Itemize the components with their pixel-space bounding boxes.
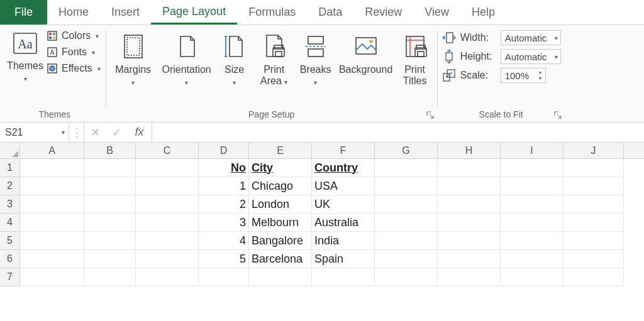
col-header-I[interactable]: I [501, 143, 564, 158]
breaks-button[interactable]: Breaks ▾ [296, 28, 335, 86]
col-header-B[interactable]: B [84, 143, 136, 158]
cell-H5[interactable] [438, 232, 501, 250]
col-header-J[interactable]: J [564, 143, 624, 158]
cell-E2[interactable]: Chicago [249, 177, 312, 195]
cell-A6[interactable] [20, 250, 84, 268]
margins-button[interactable]: Margins ▾ [110, 28, 157, 86]
col-header-F[interactable]: F [312, 143, 375, 158]
cell-A4[interactable] [20, 214, 84, 232]
cell-J3[interactable] [564, 195, 624, 214]
print-titles-button[interactable]: PrintTitles [397, 28, 433, 87]
cell-H3[interactable] [438, 195, 501, 214]
cell-I1[interactable] [501, 159, 564, 177]
row-header-7[interactable]: 7 [0, 268, 20, 286]
cell-H7[interactable] [438, 268, 501, 286]
tab-page-layout[interactable]: Page Layout [151, 0, 237, 24]
spin-down-icon[interactable]: ▾ [536, 76, 544, 82]
cell-C4[interactable] [136, 214, 199, 232]
cell-J2[interactable] [564, 177, 624, 195]
cell-H2[interactable] [438, 177, 501, 195]
tab-review[interactable]: Review [353, 0, 413, 24]
row-header-1[interactable]: 1 [0, 159, 20, 177]
col-header-E[interactable]: E [249, 143, 312, 158]
cell-J1[interactable] [564, 159, 624, 177]
col-header-G[interactable]: G [375, 143, 438, 158]
cell-C6[interactable] [136, 250, 199, 268]
cell-D6[interactable]: 5 [199, 250, 249, 268]
cell-A5[interactable] [20, 232, 84, 250]
cell-B3[interactable] [84, 195, 136, 214]
cell-J6[interactable] [564, 250, 624, 268]
page-setup-launcher[interactable] [426, 111, 435, 119]
cancel-button[interactable]: ✕ [84, 122, 106, 142]
cell-F7[interactable] [312, 268, 375, 286]
width-dropdown[interactable]: Automatic ▾ [501, 30, 561, 45]
cell-F2[interactable]: USA [312, 177, 375, 195]
row-header-3[interactable]: 3 [0, 195, 20, 214]
cell-F3[interactable]: UK [312, 195, 375, 214]
name-box[interactable]: S21 ▾ [0, 122, 69, 142]
cell-G7[interactable] [375, 268, 438, 286]
cell-B7[interactable] [84, 268, 136, 286]
cell-G4[interactable] [375, 214, 438, 232]
cell-I2[interactable] [501, 177, 564, 195]
cell-B2[interactable] [84, 177, 136, 195]
cell-J4[interactable] [564, 214, 624, 232]
height-dropdown[interactable]: Automatic ▾ [501, 49, 561, 64]
enter-button[interactable]: ✓ [106, 122, 127, 142]
tab-file[interactable]: File [0, 0, 47, 24]
cell-E4[interactable]: Melbourn [249, 214, 312, 232]
cell-I6[interactable] [501, 250, 564, 268]
cell-E6[interactable]: Barcelona [249, 250, 312, 268]
fx-icon[interactable]: fx [127, 122, 152, 142]
row-header-2[interactable]: 2 [0, 177, 20, 195]
cell-E7[interactable] [249, 268, 312, 286]
cell-I3[interactable] [501, 195, 564, 214]
cell-I4[interactable] [501, 214, 564, 232]
cell-G3[interactable] [375, 195, 438, 214]
row-header-6[interactable]: 6 [0, 250, 20, 268]
cell-I7[interactable] [501, 268, 564, 286]
cell-E3[interactable]: London [249, 195, 312, 214]
cell-D2[interactable]: 1 [199, 177, 249, 195]
colors-button[interactable]: Colors ▾ [45, 29, 102, 43]
cell-A1[interactable] [20, 159, 84, 177]
print-area-button[interactable]: PrintArea ▾ [255, 28, 294, 87]
cell-A3[interactable] [20, 195, 84, 214]
tab-formulas[interactable]: Formulas [237, 0, 307, 24]
size-button[interactable]: Size ▾ [217, 28, 252, 86]
cell-D1[interactable]: No [199, 159, 249, 177]
tab-home[interactable]: Home [47, 0, 100, 24]
cell-F1[interactable]: Country [312, 159, 375, 177]
cell-H6[interactable] [438, 250, 501, 268]
cell-C1[interactable] [136, 159, 199, 177]
row-header-4[interactable]: 4 [0, 214, 20, 232]
col-header-A[interactable]: A [20, 143, 84, 158]
cell-I5[interactable] [501, 232, 564, 250]
cell-C7[interactable] [136, 268, 199, 286]
cell-G1[interactable] [375, 159, 438, 177]
tab-insert[interactable]: Insert [100, 0, 151, 24]
orientation-button[interactable]: Orientation ▾ [159, 28, 214, 86]
tab-data[interactable]: Data [307, 0, 353, 24]
cell-C3[interactable] [136, 195, 199, 214]
tab-help[interactable]: Help [460, 0, 506, 24]
col-header-D[interactable]: D [199, 143, 249, 158]
cell-B4[interactable] [84, 214, 136, 232]
cell-G6[interactable] [375, 250, 438, 268]
col-header-C[interactable]: C [136, 143, 199, 158]
cell-F4[interactable]: Australia [312, 214, 375, 232]
cell-C5[interactable] [136, 232, 199, 250]
scale-spinner[interactable]: 100% ▴▾ [501, 68, 546, 83]
cell-B5[interactable] [84, 232, 136, 250]
cell-B1[interactable] [84, 159, 136, 177]
cell-A7[interactable] [20, 268, 84, 286]
tab-view[interactable]: View [413, 0, 460, 24]
cell-D5[interactable]: 4 [199, 232, 249, 250]
cell-G2[interactable] [375, 177, 438, 195]
cell-B6[interactable] [84, 250, 136, 268]
cell-G5[interactable] [375, 232, 438, 250]
scale-to-fit-launcher[interactable] [553, 111, 562, 119]
cell-J7[interactable] [564, 268, 624, 286]
cell-H4[interactable] [438, 214, 501, 232]
